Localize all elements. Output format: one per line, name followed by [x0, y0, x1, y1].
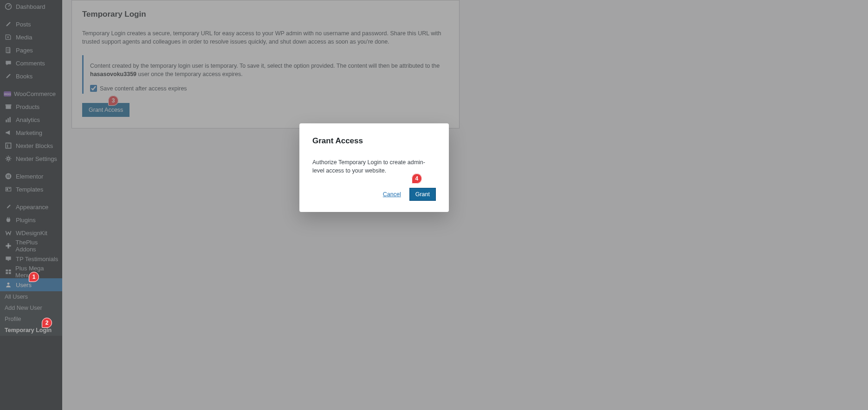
annotation-badge-2: 2	[42, 318, 52, 328]
modal-actions: Cancel Grant 4	[312, 188, 436, 201]
grant-button-label: Grant	[415, 191, 430, 198]
modal-title: Grant Access	[312, 136, 436, 146]
annotation-badge-1: 1	[29, 272, 39, 282]
grant-access-modal: Grant Access Authorize Temporary Login t…	[299, 123, 449, 212]
modal-body: Authorize Temporary Login to create admi…	[312, 159, 436, 175]
annotation-badge-4: 4	[412, 173, 422, 184]
grant-button[interactable]: Grant 4	[409, 188, 436, 201]
cancel-link[interactable]: Cancel	[383, 191, 401, 198]
